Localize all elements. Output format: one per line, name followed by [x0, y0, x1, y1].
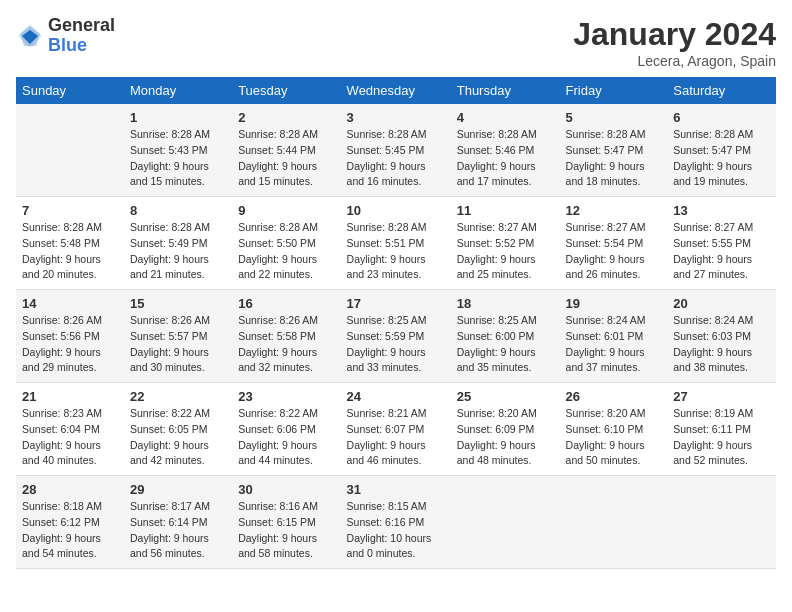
day-cell: 25Sunrise: 8:20 AMSunset: 6:09 PMDayligh… [451, 383, 560, 476]
day-cell: 6Sunrise: 8:28 AMSunset: 5:47 PMDaylight… [667, 104, 776, 197]
day-cell: 13Sunrise: 8:27 AMSunset: 5:55 PMDayligh… [667, 197, 776, 290]
day-number: 21 [22, 389, 118, 404]
day-cell: 11Sunrise: 8:27 AMSunset: 5:52 PMDayligh… [451, 197, 560, 290]
day-number: 9 [238, 203, 334, 218]
day-info: Sunrise: 8:28 AMSunset: 5:44 PMDaylight:… [238, 127, 334, 190]
day-number: 10 [347, 203, 445, 218]
day-number: 12 [566, 203, 662, 218]
day-cell [560, 476, 668, 569]
day-info: Sunrise: 8:26 AMSunset: 5:58 PMDaylight:… [238, 313, 334, 376]
logo-general: General [48, 16, 115, 36]
header-row: SundayMondayTuesdayWednesdayThursdayFrid… [16, 77, 776, 104]
day-cell: 16Sunrise: 8:26 AMSunset: 5:58 PMDayligh… [232, 290, 340, 383]
day-cell: 21Sunrise: 8:23 AMSunset: 6:04 PMDayligh… [16, 383, 124, 476]
day-info: Sunrise: 8:28 AMSunset: 5:46 PMDaylight:… [457, 127, 554, 190]
header-cell-tuesday: Tuesday [232, 77, 340, 104]
day-info: Sunrise: 8:28 AMSunset: 5:49 PMDaylight:… [130, 220, 226, 283]
day-cell: 20Sunrise: 8:24 AMSunset: 6:03 PMDayligh… [667, 290, 776, 383]
day-number: 5 [566, 110, 662, 125]
day-cell: 8Sunrise: 8:28 AMSunset: 5:49 PMDaylight… [124, 197, 232, 290]
day-cell [451, 476, 560, 569]
day-info: Sunrise: 8:23 AMSunset: 6:04 PMDaylight:… [22, 406, 118, 469]
week-row-3: 14Sunrise: 8:26 AMSunset: 5:56 PMDayligh… [16, 290, 776, 383]
logo-icon [16, 22, 44, 50]
day-number: 1 [130, 110, 226, 125]
day-number: 24 [347, 389, 445, 404]
day-cell: 3Sunrise: 8:28 AMSunset: 5:45 PMDaylight… [341, 104, 451, 197]
week-row-2: 7Sunrise: 8:28 AMSunset: 5:48 PMDaylight… [16, 197, 776, 290]
day-cell: 9Sunrise: 8:28 AMSunset: 5:50 PMDaylight… [232, 197, 340, 290]
day-number: 11 [457, 203, 554, 218]
day-info: Sunrise: 8:26 AMSunset: 5:56 PMDaylight:… [22, 313, 118, 376]
day-cell [16, 104, 124, 197]
header: General Blue January 2024 Lecera, Aragon… [16, 16, 776, 69]
day-cell: 31Sunrise: 8:15 AMSunset: 6:16 PMDayligh… [341, 476, 451, 569]
day-cell: 7Sunrise: 8:28 AMSunset: 5:48 PMDaylight… [16, 197, 124, 290]
header-cell-sunday: Sunday [16, 77, 124, 104]
calendar-table: SundayMondayTuesdayWednesdayThursdayFrid… [16, 77, 776, 569]
day-cell: 14Sunrise: 8:26 AMSunset: 5:56 PMDayligh… [16, 290, 124, 383]
day-info: Sunrise: 8:28 AMSunset: 5:47 PMDaylight:… [566, 127, 662, 190]
day-cell: 28Sunrise: 8:18 AMSunset: 6:12 PMDayligh… [16, 476, 124, 569]
day-number: 23 [238, 389, 334, 404]
day-number: 19 [566, 296, 662, 311]
header-cell-friday: Friday [560, 77, 668, 104]
day-info: Sunrise: 8:20 AMSunset: 6:10 PMDaylight:… [566, 406, 662, 469]
day-cell: 27Sunrise: 8:19 AMSunset: 6:11 PMDayligh… [667, 383, 776, 476]
day-number: 17 [347, 296, 445, 311]
day-cell: 19Sunrise: 8:24 AMSunset: 6:01 PMDayligh… [560, 290, 668, 383]
day-cell: 4Sunrise: 8:28 AMSunset: 5:46 PMDaylight… [451, 104, 560, 197]
day-cell: 5Sunrise: 8:28 AMSunset: 5:47 PMDaylight… [560, 104, 668, 197]
day-cell [667, 476, 776, 569]
day-number: 3 [347, 110, 445, 125]
day-cell: 22Sunrise: 8:22 AMSunset: 6:05 PMDayligh… [124, 383, 232, 476]
header-cell-saturday: Saturday [667, 77, 776, 104]
day-info: Sunrise: 8:19 AMSunset: 6:11 PMDaylight:… [673, 406, 770, 469]
day-cell: 12Sunrise: 8:27 AMSunset: 5:54 PMDayligh… [560, 197, 668, 290]
day-info: Sunrise: 8:28 AMSunset: 5:48 PMDaylight:… [22, 220, 118, 283]
day-info: Sunrise: 8:28 AMSunset: 5:50 PMDaylight:… [238, 220, 334, 283]
day-number: 13 [673, 203, 770, 218]
day-info: Sunrise: 8:28 AMSunset: 5:43 PMDaylight:… [130, 127, 226, 190]
header-cell-monday: Monday [124, 77, 232, 104]
day-info: Sunrise: 8:25 AMSunset: 5:59 PMDaylight:… [347, 313, 445, 376]
day-cell: 18Sunrise: 8:25 AMSunset: 6:00 PMDayligh… [451, 290, 560, 383]
day-number: 25 [457, 389, 554, 404]
day-number: 4 [457, 110, 554, 125]
day-info: Sunrise: 8:24 AMSunset: 6:03 PMDaylight:… [673, 313, 770, 376]
day-number: 22 [130, 389, 226, 404]
day-cell: 26Sunrise: 8:20 AMSunset: 6:10 PMDayligh… [560, 383, 668, 476]
day-cell: 10Sunrise: 8:28 AMSunset: 5:51 PMDayligh… [341, 197, 451, 290]
day-cell: 15Sunrise: 8:26 AMSunset: 5:57 PMDayligh… [124, 290, 232, 383]
day-number: 29 [130, 482, 226, 497]
day-number: 18 [457, 296, 554, 311]
title-area: January 2024 Lecera, Aragon, Spain [573, 16, 776, 69]
day-number: 7 [22, 203, 118, 218]
day-info: Sunrise: 8:28 AMSunset: 5:45 PMDaylight:… [347, 127, 445, 190]
week-row-5: 28Sunrise: 8:18 AMSunset: 6:12 PMDayligh… [16, 476, 776, 569]
day-info: Sunrise: 8:27 AMSunset: 5:55 PMDaylight:… [673, 220, 770, 283]
day-info: Sunrise: 8:18 AMSunset: 6:12 PMDaylight:… [22, 499, 118, 562]
day-info: Sunrise: 8:24 AMSunset: 6:01 PMDaylight:… [566, 313, 662, 376]
main-title: January 2024 [573, 16, 776, 53]
day-info: Sunrise: 8:27 AMSunset: 5:54 PMDaylight:… [566, 220, 662, 283]
day-number: 15 [130, 296, 226, 311]
day-cell: 23Sunrise: 8:22 AMSunset: 6:06 PMDayligh… [232, 383, 340, 476]
day-info: Sunrise: 8:22 AMSunset: 6:05 PMDaylight:… [130, 406, 226, 469]
day-cell: 17Sunrise: 8:25 AMSunset: 5:59 PMDayligh… [341, 290, 451, 383]
day-cell: 24Sunrise: 8:21 AMSunset: 6:07 PMDayligh… [341, 383, 451, 476]
day-number: 6 [673, 110, 770, 125]
day-number: 30 [238, 482, 334, 497]
day-cell: 1Sunrise: 8:28 AMSunset: 5:43 PMDaylight… [124, 104, 232, 197]
logo: General Blue [16, 16, 115, 56]
day-cell: 30Sunrise: 8:16 AMSunset: 6:15 PMDayligh… [232, 476, 340, 569]
day-number: 28 [22, 482, 118, 497]
day-info: Sunrise: 8:22 AMSunset: 6:06 PMDaylight:… [238, 406, 334, 469]
day-info: Sunrise: 8:21 AMSunset: 6:07 PMDaylight:… [347, 406, 445, 469]
day-info: Sunrise: 8:25 AMSunset: 6:00 PMDaylight:… [457, 313, 554, 376]
header-cell-thursday: Thursday [451, 77, 560, 104]
day-info: Sunrise: 8:26 AMSunset: 5:57 PMDaylight:… [130, 313, 226, 376]
logo-text: General Blue [48, 16, 115, 56]
week-row-4: 21Sunrise: 8:23 AMSunset: 6:04 PMDayligh… [16, 383, 776, 476]
header-cell-wednesday: Wednesday [341, 77, 451, 104]
